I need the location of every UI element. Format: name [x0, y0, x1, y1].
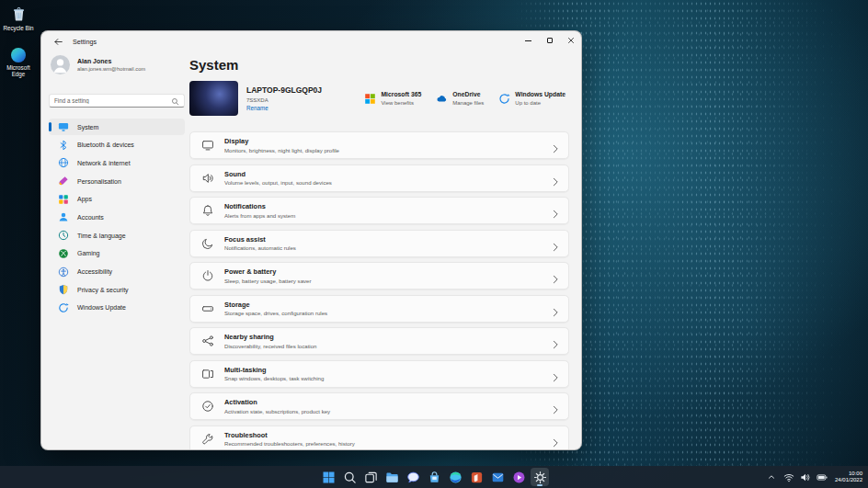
start-button[interactable]: [319, 468, 337, 486]
settings-row-display[interactable]: Display Monitors, brightness, night ligh…: [189, 131, 569, 159]
status-subtitle: Manage files: [452, 100, 484, 106]
activation-icon: [201, 400, 214, 413]
maximize-button[interactable]: [539, 31, 560, 50]
desktop-icon-label: Microsoft Edge: [1, 64, 36, 77]
sidebar-item-label: Accessibility: [77, 268, 112, 275]
wifi-icon[interactable]: [783, 472, 794, 482]
settings-row-storage[interactable]: Storage Storage space, drives, configura…: [189, 295, 569, 323]
bluetooth-icon: [58, 140, 69, 151]
sidebar-item-label: System: [77, 124, 98, 131]
mail-button[interactable]: [488, 468, 507, 486]
sidebar-item-windows-update[interactable]: Windows Update: [49, 300, 185, 316]
taskbar-search-button[interactable]: [340, 468, 359, 486]
office-icon: [470, 471, 484, 484]
sound-icon: [201, 172, 214, 185]
gear-icon: [533, 471, 547, 484]
row-subtitle: Volume levels, output, input, sound devi…: [224, 179, 332, 186]
store-button[interactable]: [425, 468, 443, 486]
windows-logo-icon: [322, 471, 336, 484]
sidebar-nav: System Bluetooth & devices Network & int…: [49, 119, 185, 316]
window-controls: [518, 31, 581, 50]
sidebar-item-label: Apps: [77, 196, 92, 202]
desktop-icon-recycle-bin[interactable]: Recycle Bin: [1, 6, 36, 31]
minimize-button[interactable]: [518, 31, 539, 50]
focus-assist-icon: [201, 237, 214, 250]
multitasking-icon: [201, 368, 214, 380]
main-content: System LAPTOP-9GLGQP0J 7SSXDA Rename Mic…: [189, 51, 569, 449]
settings-row-multitasking[interactable]: Multi-tasking Snap windows, desktops, ta…: [189, 360, 569, 388]
settings-rows: Display Monitors, brightness, night ligh…: [189, 131, 569, 449]
chat-button[interactable]: [404, 468, 422, 486]
microsoft-365-icon: [364, 92, 376, 104]
accounts-icon: [58, 211, 69, 222]
row-title: Storage: [224, 301, 327, 309]
chat-icon: [406, 471, 420, 484]
account-header[interactable]: Alan Jones alan.jones.wm@hotmail.com: [51, 55, 185, 74]
user-name: Alan Jones: [77, 58, 145, 64]
media-player-button[interactable]: [509, 468, 528, 486]
settings-button[interactable]: [531, 468, 549, 486]
sidebar-item-privacy-security[interactable]: Privacy & security: [49, 281, 185, 298]
chevron-right-icon: [553, 435, 559, 444]
rename-link[interactable]: Rename: [246, 105, 322, 111]
sidebar-item-personalisation[interactable]: Personalisation: [49, 173, 185, 189]
row-title: Notifications: [224, 202, 295, 210]
file-explorer-button[interactable]: [383, 468, 401, 486]
media-player-icon: [512, 471, 526, 484]
battery-icon[interactable]: [817, 472, 828, 482]
taskbar: 10:00 24/01/2022: [0, 466, 868, 488]
sidebar-item-label: Windows Update: [77, 304, 126, 311]
office-button[interactable]: [467, 468, 485, 486]
power-icon: [201, 269, 214, 282]
notifications-icon: [201, 204, 214, 217]
volume-icon[interactable]: [800, 472, 811, 482]
window-title: Settings: [73, 38, 97, 46]
row-subtitle: Recommended troubleshooters, preferences…: [224, 440, 355, 447]
sidebar-item-apps[interactable]: Apps: [49, 191, 185, 208]
status-card-microsoft-365[interactable]: Microsoft 365 View benefits: [364, 91, 421, 106]
status-card-onedrive[interactable]: OneDrive Manage files: [436, 91, 484, 106]
settings-row-activation[interactable]: Activation Activation state, subscriptio…: [189, 392, 569, 420]
settings-row-nearby-sharing[interactable]: Nearby sharing Discoverability, received…: [189, 327, 569, 355]
personalisation-icon: [58, 176, 69, 187]
sidebar-item-bluetooth-devices[interactable]: Bluetooth & devices: [49, 137, 185, 153]
settings-row-troubleshoot[interactable]: Troubleshoot Recommended troubleshooters…: [189, 426, 569, 450]
settings-row-sound[interactable]: Sound Volume levels, output, input, soun…: [189, 165, 569, 192]
search-input[interactable]: [54, 97, 171, 104]
row-subtitle: Notifications, automatic rules: [224, 244, 296, 251]
sidebar-item-time-language[interactable]: Time & language: [49, 227, 185, 244]
clock[interactable]: 10:00 24/01/2022: [835, 471, 862, 484]
windows-update-icon: [58, 302, 69, 313]
chevron-right-icon: [553, 304, 559, 313]
back-button[interactable]: [51, 35, 64, 48]
storage-icon: [201, 302, 214, 315]
taskbar-center: [319, 466, 549, 488]
system-tray: 10:00 24/01/2022: [767, 466, 865, 488]
close-button[interactable]: [560, 31, 581, 50]
settings-row-focus-assist[interactable]: Focus assist Notifications, automatic ru…: [189, 230, 569, 257]
row-title: Multi-tasking: [224, 366, 324, 374]
page-title: System: [189, 57, 569, 73]
sidebar-item-accessibility[interactable]: Accessibility: [49, 264, 185, 280]
sidebar-item-network-internet[interactable]: Network & internet: [49, 154, 185, 171]
desktop-icon-microsoft-edge[interactable]: Microsoft Edge: [1, 48, 36, 77]
file-explorer-icon: [385, 471, 399, 484]
row-subtitle: Storage space, drives, configuration rul…: [224, 310, 327, 316]
sidebar-item-accounts[interactable]: Accounts: [49, 209, 185, 225]
status-card-windows-update[interactable]: Windows Update Up to date: [498, 91, 565, 106]
tray-overflow-button[interactable]: [767, 472, 778, 482]
sidebar-item-label: Accounts: [77, 214, 104, 221]
chevron-right-icon: [553, 206, 559, 215]
status-title: Microsoft 365: [381, 91, 421, 97]
edge-button[interactable]: [446, 468, 464, 486]
task-view-button[interactable]: [361, 468, 380, 486]
settings-row-notifications[interactable]: Notifications Alerts from apps and syste…: [189, 197, 569, 224]
settings-row-power-battery[interactable]: Power & battery Sleep, battery usage, ba…: [189, 262, 569, 289]
wallpaper-sparkles-2: [552, 0, 855, 466]
sidebar-item-gaming[interactable]: Gaming: [49, 245, 185, 262]
store-icon: [428, 471, 441, 484]
sidebar-item-label: Personalisation: [77, 178, 121, 185]
sidebar-item-system[interactable]: System: [49, 119, 185, 135]
sidebar-item-label: Bluetooth & devices: [77, 142, 134, 148]
sidebar-item-label: Network & internet: [77, 160, 131, 166]
